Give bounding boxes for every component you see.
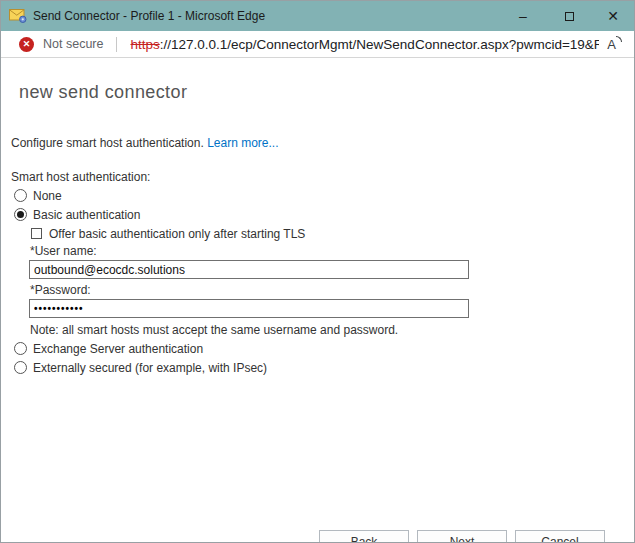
cancel-button[interactable]: Cancel	[515, 530, 605, 543]
page-content: new send connector Configure smart host …	[1, 82, 634, 543]
radio-icon	[14, 361, 27, 374]
title-bar: Send Connector - Profile 1 - Microsoft E…	[1, 1, 634, 31]
window-title: Send Connector - Profile 1 - Microsoft E…	[33, 9, 265, 23]
not-secure-label[interactable]: Not secure	[43, 37, 103, 51]
radio-label: None	[33, 189, 62, 203]
window-controls: – ✕	[500, 1, 634, 31]
url-text[interactable]: https://127.0.0.1/ecp/ConnectorMgmt/NewS…	[130, 37, 599, 52]
learn-more-link[interactable]: Learn more...	[207, 136, 278, 150]
checkbox-icon	[31, 228, 42, 239]
wizard-footer-buttons: Back Next Cancel	[319, 530, 605, 543]
radio-option-basic-authentication[interactable]: Basic authentication	[14, 207, 634, 222]
page-title: new send connector	[19, 82, 634, 102]
minimize-button[interactable]: –	[500, 1, 546, 31]
url-scheme: https	[130, 37, 159, 52]
radio-option-externally-secured[interactable]: Externally secured (for example, with IP…	[14, 360, 634, 375]
url-rest: ://127.0.0.1/ecp/ConnectorMgmt/NewSendCo…	[160, 37, 600, 52]
read-aloud-icon[interactable]: A	[607, 37, 622, 52]
close-button[interactable]: ✕	[592, 1, 634, 31]
maximize-icon	[565, 12, 574, 21]
radio-label: Externally secured (for example, with IP…	[33, 361, 267, 375]
radio-label: Basic authentication	[33, 208, 140, 222]
radio-option-none[interactable]: None	[14, 188, 634, 203]
radio-selected-icon	[14, 208, 27, 221]
radio-icon	[14, 342, 27, 355]
username-input[interactable]	[29, 260, 469, 279]
radio-option-exchange-server-authentication[interactable]: Exchange Server authentication	[14, 341, 634, 356]
address-bar: ✕ Not secure https://127.0.0.1/ecp/Conne…	[1, 31, 634, 58]
browser-window: Send Connector - Profile 1 - Microsoft E…	[0, 0, 635, 543]
maximize-button[interactable]	[546, 1, 592, 31]
smart-host-note: Note: all smart hosts must accept the sa…	[30, 323, 634, 337]
back-button[interactable]: Back	[319, 530, 409, 543]
password-input[interactable]	[29, 299, 469, 318]
address-divider	[116, 37, 117, 52]
send-connector-app-icon	[9, 9, 27, 23]
radio-icon	[14, 189, 27, 202]
smart-host-auth-label: Smart host authentication:	[11, 170, 634, 184]
radio-label: Exchange Server authentication	[33, 342, 203, 356]
offer-basic-auth-tls-checkbox[interactable]: Offer basic authentication only after st…	[31, 227, 634, 240]
not-secure-x-glyph: ✕	[23, 39, 31, 49]
password-label: *Password:	[30, 283, 634, 297]
minimize-icon: –	[519, 8, 527, 24]
checkbox-label: Offer basic authentication only after st…	[49, 227, 305, 241]
not-secure-icon[interactable]: ✕	[19, 37, 34, 52]
intro-line: Configure smart host authentication. Lea…	[11, 136, 634, 150]
next-button[interactable]: Next	[417, 530, 507, 543]
username-label: *User name:	[30, 244, 634, 258]
intro-text: Configure smart host authentication.	[11, 136, 204, 150]
close-icon: ✕	[607, 8, 619, 24]
